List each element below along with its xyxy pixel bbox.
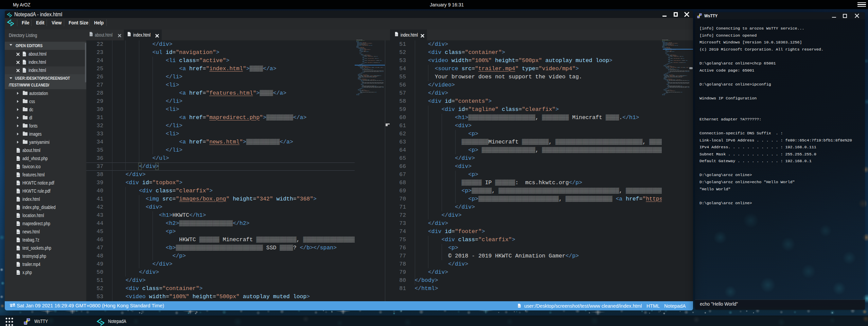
svg-text:«»: «» (23, 70, 25, 72)
svg-text:«»: «» (17, 256, 19, 258)
svg-text:«»: «» (23, 53, 25, 55)
svg-text:«»: «» (90, 34, 92, 36)
svg-text:«»: «» (17, 174, 19, 176)
svg-text:«»: «» (17, 191, 19, 193)
svg-text:«»: «» (17, 248, 19, 250)
svg-text:«»: «» (17, 239, 19, 242)
svg-text:«»: «» (395, 34, 397, 36)
svg-text:«»: «» (17, 183, 19, 185)
svg-text:«»: «» (17, 231, 19, 233)
svg-text:«»: «» (23, 61, 25, 63)
svg-text:«»: «» (17, 207, 19, 209)
svg-text:«»: «» (17, 150, 19, 152)
svg-text:«»: «» (17, 223, 19, 225)
svg-text:«»: «» (17, 264, 19, 266)
svg-text:«»: «» (17, 272, 19, 274)
svg-text:«»: «» (128, 34, 130, 36)
svg-text:«»: «» (17, 158, 19, 160)
svg-text:«»: «» (17, 166, 19, 168)
svg-text:«»: «» (518, 305, 520, 307)
svg-text:«»: «» (17, 215, 19, 217)
svg-text:«»: «» (17, 199, 19, 201)
